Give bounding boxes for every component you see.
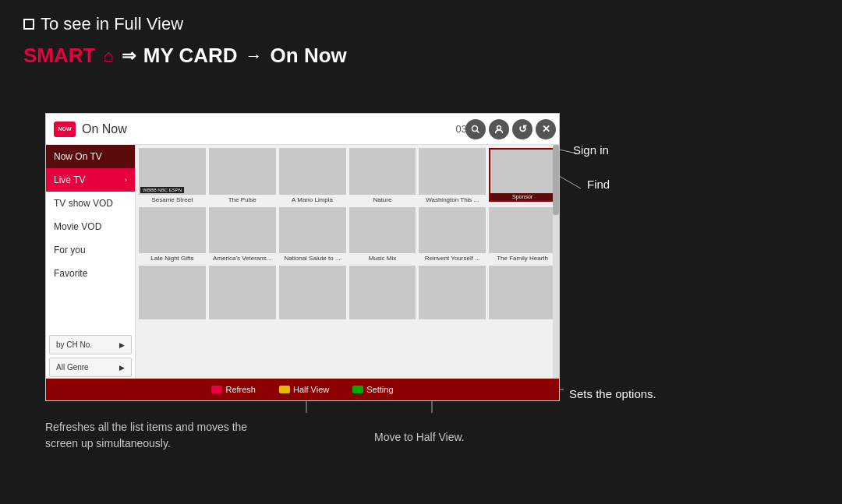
caption-late-night: Late Night Gifts <box>139 253 206 263</box>
thumb-nature <box>349 148 416 195</box>
half-view-label: Half View <box>293 385 329 394</box>
thumb-r3c6 <box>489 266 556 319</box>
thumb-national <box>279 207 346 254</box>
full-view-title: To see in Full View <box>41 14 183 34</box>
panel-body: Now On TV Live TV › TV show VOD Movie VO… <box>46 145 559 379</box>
home-icon: ⌂ <box>103 46 113 66</box>
refresh-annotation-text: Refreshes all the list items and moves t… <box>45 421 247 449</box>
thumb-sesame: WBBB NBC ESPN <box>139 148 206 195</box>
thumb-reinvent <box>419 207 486 254</box>
refresh-btn[interactable]: Refresh <box>211 385 256 394</box>
setting-dot <box>352 386 363 393</box>
grid-item-r3c1[interactable] <box>139 266 206 322</box>
thumb-late-night <box>139 207 206 254</box>
caption-national: National Salute to ... <box>279 253 346 263</box>
thumb-pulse <box>209 148 276 195</box>
filter-by-ch-btn[interactable]: by CH No. ▶ <box>49 335 132 354</box>
sidebar-item-for-you[interactable]: For you <box>46 238 135 262</box>
sidebar-label-favorite: Favorite <box>54 268 87 279</box>
sidebar-item-tv-show-vod[interactable]: TV show VOD <box>46 192 135 215</box>
content-grid: WBBB NBC ESPN Sesame Street The Pulse A … <box>136 145 559 325</box>
ui-panel: NOW On Now 03:12 ↺ ✕ <box>45 113 560 401</box>
refresh-icon-btn[interactable]: ↺ <box>512 119 532 139</box>
close-icon-btn[interactable]: ✕ <box>536 119 556 139</box>
sign-in-label: Sign in <box>573 143 609 157</box>
thumb-r3c4 <box>349 266 416 319</box>
svg-point-9 <box>497 125 501 129</box>
caption-nature: Nature <box>349 195 416 204</box>
search-icon-btn[interactable] <box>465 119 486 139</box>
on-now-label: On Now <box>271 44 347 68</box>
scrollbar[interactable] <box>553 145 559 379</box>
grid-item-r3c4[interactable] <box>349 266 416 322</box>
page-header: To see in Full View SMART ⌂ ⇒ MY CARD → … <box>0 0 842 76</box>
sidebar-label-for-you: For you <box>54 245 86 256</box>
half-view-annotation-text: Move to Half View. <box>374 431 465 443</box>
callout-sets-options: Sets the options. <box>569 387 656 400</box>
filter-btn-label: by CH No. <box>56 340 92 349</box>
arrow2: → <box>246 46 263 66</box>
panel-footer: Refresh Half View Setting <box>46 379 559 400</box>
grid-item-family[interactable]: The Family Hearth <box>489 207 556 263</box>
sidebar-label-live-tv: Live TV <box>54 174 85 185</box>
caption-family: The Family Hearth <box>489 253 556 263</box>
half-view-dot <box>279 386 290 393</box>
all-genre-btn[interactable]: All Genre ▶ <box>49 358 132 377</box>
sidebar-label-movie-vod: Movie VOD <box>54 221 101 232</box>
refresh-label: Refresh <box>225 385 256 394</box>
sidebar-item-movie-vod[interactable]: Movie VOD <box>46 215 135 238</box>
grid-item-pulse[interactable]: The Pulse <box>209 148 276 204</box>
mycard-label: MY CARD <box>143 44 238 68</box>
caption-r3c5 <box>419 319 486 322</box>
thumb-veterans <box>209 207 276 254</box>
grid-item-veterans[interactable]: America's Veterans... <box>209 207 276 263</box>
grid-item-nature[interactable]: Nature <box>349 148 416 204</box>
grid-item-washington[interactable]: Washington This ... <box>419 148 486 204</box>
grid-item-r3c2[interactable] <box>209 266 276 322</box>
genre-btn-label: All Genre <box>56 363 89 372</box>
thumb-family <box>489 207 556 254</box>
panel-header: NOW On Now 03:12 ↺ ✕ <box>46 114 559 145</box>
genre-arrow-icon: ▶ <box>119 364 125 372</box>
panel-icons: ↺ ✕ <box>465 119 556 139</box>
grid-item-music-mix[interactable]: Music Mix <box>349 207 416 263</box>
grid-item-r3c3[interactable] <box>279 266 346 322</box>
caption-music-mix: Music Mix <box>349 253 416 263</box>
grid-item-national[interactable]: National Salute to ... <box>279 207 346 263</box>
caption-r3c4 <box>349 319 416 322</box>
channel-badge-sesame: WBBB NBC ESPN <box>140 187 184 193</box>
grid-item-mano[interactable]: A Mano Limpia <box>279 148 346 204</box>
setting-label: Setting <box>366 385 393 394</box>
thumb-mano <box>279 148 346 195</box>
setting-btn[interactable]: Setting <box>352 385 393 394</box>
panel-logo: NOW <box>54 122 76 137</box>
grid-item-reinvent[interactable]: Reinvent Yourself ... <box>419 207 486 263</box>
callout-find: Find <box>587 178 610 191</box>
sponsor-badge: Sponsor <box>490 193 554 200</box>
scrollbar-thumb <box>553 145 559 215</box>
thumb-r3c1 <box>139 266 206 319</box>
content-area: WBBB NBC ESPN Sesame Street The Pulse A … <box>136 145 559 379</box>
user-icon-btn[interactable] <box>489 119 509 139</box>
thumb-sponsor: Sponsor <box>489 148 556 202</box>
refresh-dot <box>211 386 222 393</box>
sidebar-item-live-tv[interactable]: Live TV › <box>46 168 135 192</box>
grid-item-late-night[interactable]: Late Night Gifts <box>139 207 206 263</box>
svg-line-8 <box>477 130 479 132</box>
grid-item-sesame[interactable]: WBBB NBC ESPN Sesame Street <box>139 148 206 204</box>
grid-item-r3c6[interactable] <box>489 266 556 322</box>
square-icon <box>23 19 34 30</box>
refresh-icon: ↺ <box>518 123 527 135</box>
panel-logo-text: NOW <box>58 126 71 132</box>
sidebar-item-favorite[interactable]: Favorite <box>46 262 135 285</box>
grid-item-sponsor[interactable]: Sponsor <box>489 148 556 204</box>
sets-options-label: Sets the options. <box>569 387 656 400</box>
close-icon: ✕ <box>542 123 550 135</box>
caption-sesame: Sesame Street <box>139 195 206 204</box>
sidebar-item-now-on-tv[interactable]: Now On TV <box>46 145 135 168</box>
thumb-washington <box>419 148 486 195</box>
half-view-btn[interactable]: Half View <box>279 385 329 394</box>
grid-item-r3c5[interactable] <box>419 266 486 322</box>
thumb-r3c5 <box>419 266 486 319</box>
breadcrumb: SMART ⌂ ⇒ MY CARD → On Now <box>23 44 819 68</box>
